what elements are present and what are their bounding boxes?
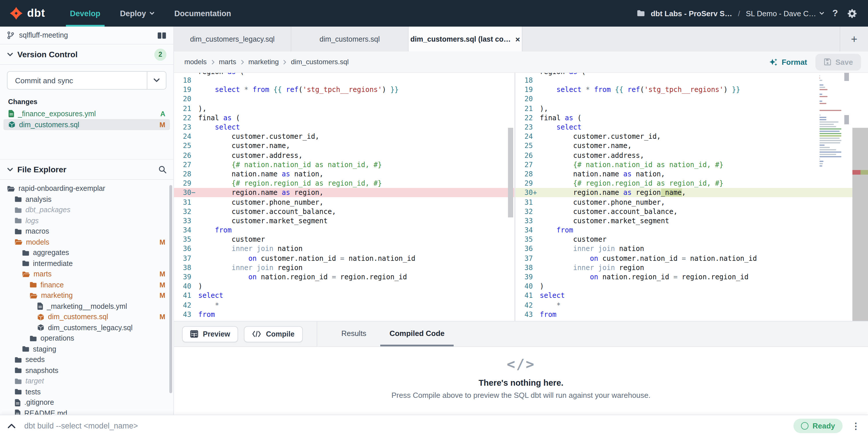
tree-item-dim_customers_legacy.sql[interactable]: dim_customers_legacy.sql [0, 322, 174, 333]
environment-selector[interactable]: SL Demo - Dave C… [746, 9, 825, 18]
status-badge: Ready [794, 419, 843, 433]
compiled-code-empty-state: </> There's nothing here. Press Compile … [174, 347, 868, 415]
code-line-19: 19 select * from {{ ref('stg_tpch__regio… [516, 85, 868, 94]
code-line-34: 34 from [174, 226, 514, 235]
tree-item-seeds[interactable]: seeds [0, 354, 174, 365]
breadcrumb-bar: modelsmartsmarketingdim_customers.sql Fo… [174, 52, 868, 73]
tree-item-macros[interactable]: macros [0, 226, 174, 237]
version-control-header[interactable]: Version Control 2 [0, 45, 174, 65]
new-tab-button[interactable]: + [840, 27, 868, 52]
tree-item-rapid-onboarding-exemplar[interactable]: rapid-onboarding-exemplar [0, 183, 174, 194]
tree-item-tests[interactable]: tests [0, 386, 174, 397]
line-number: 31 [174, 198, 191, 206]
minimap[interactable] [819, 75, 843, 168]
tree-item-operations[interactable]: operations [0, 333, 174, 344]
code-line-19: 19 select * from {{ ref('stg_tpch__regio… [174, 85, 514, 94]
nav-item-develop[interactable]: Develop [60, 0, 110, 27]
nav-item-deploy[interactable]: Deploy [110, 0, 164, 27]
diff-overview-ruler[interactable] [852, 73, 868, 321]
tree-item-dbt_packages[interactable]: dbt_packages [0, 205, 174, 215]
preview-button[interactable]: Preview [182, 326, 238, 342]
tree-item-marketing[interactable]: marketingM [0, 290, 174, 301]
chevron-down-icon [7, 166, 13, 173]
folder-open-icon [14, 239, 23, 245]
code-line-38: 38 inner join region [174, 263, 514, 272]
chevron-up-icon[interactable] [0, 423, 23, 429]
close-tab-icon[interactable]: × [515, 34, 520, 43]
format-button[interactable]: Format [769, 58, 807, 66]
git-branch-selector[interactable]: sqlfluff-meeting [0, 27, 174, 45]
nav-right: dbt Labs - ProServ S… / SL Demo - Dave C… [637, 0, 868, 27]
line-number: 28 [174, 170, 191, 178]
changed-file-dim_customers.sql[interactable]: dim_customers.sqlM [3, 119, 170, 130]
line-number: 41 [516, 292, 533, 300]
dbt-logo[interactable]: dbt [0, 0, 60, 27]
empty-state-title: There's nothing here. [478, 378, 563, 387]
tree-item-dim_customers.sql[interactable]: dim_customers.sqlM [0, 312, 174, 322]
tree-item-analysis[interactable]: analysis [0, 194, 174, 205]
app-root: dbt DevelopDeployDocumentation dbt Labs … [0, 0, 868, 436]
minimap-scrollbar-thumb[interactable] [844, 73, 849, 81]
line-number: 31 [516, 198, 533, 206]
code-line-35: 35 customer [174, 235, 514, 244]
tree-item-intermediate[interactable]: intermediate [0, 258, 174, 269]
tree-item-staging[interactable]: staging [0, 344, 174, 354]
tree-item-_marketing__models.yml[interactable]: _marketing__models.yml [0, 301, 174, 312]
commit-options-dropdown[interactable] [147, 72, 166, 89]
changes-list: _finance_exposures.ymlAdim_customers.sql… [0, 108, 174, 130]
left-pane-scrollbar[interactable] [508, 128, 513, 217]
kebab-menu-icon[interactable]: ⋮ [848, 421, 863, 431]
search-icon[interactable] [158, 165, 166, 173]
code-line-41: 41select [516, 291, 868, 300]
sidebar-scrollbar[interactable] [169, 185, 172, 393]
help-icon[interactable]: ? [831, 8, 840, 19]
line-number: 35 [174, 236, 191, 244]
tree-item-aggregates[interactable]: aggregates [0, 248, 174, 258]
folder-open-icon [7, 185, 15, 192]
folder-open-icon [29, 293, 37, 299]
bottom-tab-results[interactable]: Results [332, 321, 376, 346]
bottom-tab-compiled-code[interactable]: Compiled Code [380, 321, 454, 346]
nav-item-documentation[interactable]: Documentation [164, 0, 241, 27]
tree-item-logs[interactable]: logs [0, 215, 174, 226]
project-selector[interactable]: dbt Labs - ProServ S… [651, 9, 732, 18]
editor-tab-dim_customers.sql[interactable]: dim_customers.sql [291, 27, 409, 52]
chevron-down-icon [7, 51, 13, 58]
line-number: 39 [174, 273, 191, 281]
code-line-36: 36 inner join nation [516, 244, 868, 254]
editor-scrollbar-thumb[interactable] [844, 115, 849, 124]
editor-tab-dim_customers_legacy.sql[interactable]: dim_customers_legacy.sql [174, 27, 291, 52]
bottom-panel-tabs: ResultsCompiled Code [316, 321, 454, 346]
save-button[interactable]: Save [815, 54, 861, 70]
diff-pane-original[interactable]: region as (1819 select * from {{ ref('st… [174, 73, 514, 321]
line-number: 36 [516, 245, 533, 253]
breadcrumb-item-marts: marts [219, 58, 236, 66]
tree-item-marts[interactable]: martsM [0, 269, 174, 280]
editor-tab-dim_customers.sql (last co…[interactable]: dim_customers.sql (last co…× [409, 27, 522, 52]
line-number: 18 [516, 76, 533, 84]
code-line-41: 41select [174, 291, 514, 300]
compile-button[interactable]: Compile [244, 326, 303, 342]
code-line-26: 26 customer.address, [174, 151, 514, 160]
docs-book-icon[interactable] [157, 31, 166, 39]
command-input[interactable] [23, 421, 794, 431]
gear-icon[interactable] [845, 8, 859, 18]
save-floppy-icon [823, 58, 831, 66]
tree-item-models[interactable]: modelsM [0, 237, 174, 248]
code-line-28: 28 nation.name as nation, [174, 169, 514, 179]
tree-item-.gitignore[interactable]: .gitignore [0, 397, 174, 408]
tree-item-snapshots[interactable]: snapshots [0, 365, 174, 376]
tree-item-target[interactable]: target [0, 376, 174, 386]
code-line-21: 21), [516, 104, 868, 113]
changed-file-_finance_exposures.yml[interactable]: _finance_exposures.ymlA [3, 108, 170, 119]
code-line-37: 37 on customer.nation_id = nation.nation… [516, 254, 868, 263]
line-number: 18 [174, 76, 191, 84]
file-explorer-header[interactable]: File Explorer [0, 159, 174, 180]
tree-item-README.md[interactable]: README.md [0, 408, 174, 415]
commit-and-sync-button[interactable]: Commit and sync [7, 71, 166, 90]
tree-item-finance[interactable]: financeM [0, 280, 174, 290]
code-line-40: 40) [174, 282, 514, 291]
line-number: 19 [174, 86, 191, 94]
diff-pane-modified[interactable]: region as (1819 select * from {{ ref('st… [516, 73, 868, 321]
line-number: 40 [174, 282, 191, 290]
